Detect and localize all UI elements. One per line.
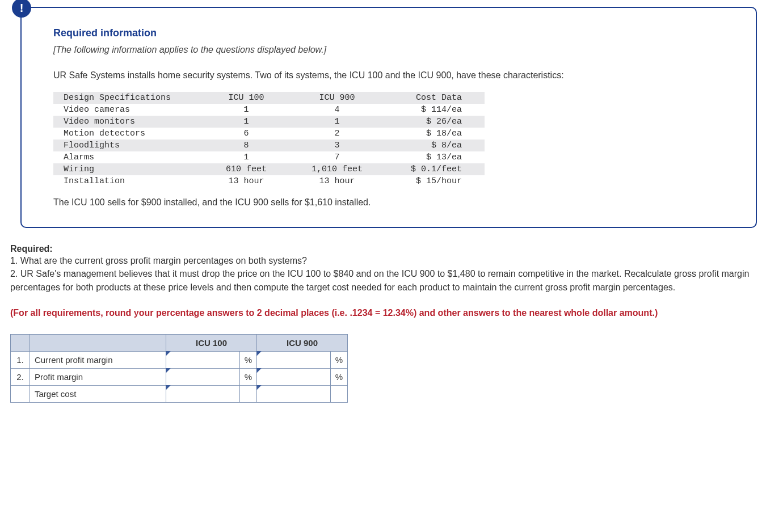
spec-cost: $ 8/ea xyxy=(382,140,485,151)
row-label: Current profit margin xyxy=(30,351,166,368)
spec-cost: $ 26/ea xyxy=(382,116,485,128)
header-icu900: ICU 900 xyxy=(257,334,348,351)
spec-cost: $ 15/hour xyxy=(382,175,485,187)
spec-icu900: 1 xyxy=(292,116,382,128)
spec-row: Video cameras 1 4 $ 114/ea xyxy=(53,104,485,116)
spec-icu100: 8 xyxy=(201,140,292,151)
spec-icu900: 3 xyxy=(292,140,382,151)
spec-name: Installation xyxy=(53,175,201,187)
spec-name: Video cameras xyxy=(53,104,201,116)
spec-icu100: 1 xyxy=(201,116,292,128)
spec-icu100: 610 feet xyxy=(201,163,292,175)
input-notch-icon xyxy=(166,385,171,390)
blank-header xyxy=(30,334,166,351)
spec-icu900: 7 xyxy=(292,151,382,163)
row-number: 2. xyxy=(11,368,30,385)
spec-row: Video monitors 1 1 $ 26/ea xyxy=(53,116,485,128)
row-number xyxy=(11,385,30,402)
rounding-instruction: (For all requirements, round your percen… xyxy=(10,306,757,319)
icu100-target-cost-input[interactable] xyxy=(166,386,239,402)
spec-header-row: Design Specifications ICU 100 ICU 900 Co… xyxy=(53,92,485,104)
applies-note: [The following information applies to th… xyxy=(53,45,727,55)
question-1: 1. What are the current gross profit mar… xyxy=(10,254,757,267)
spec-icu900: 2 xyxy=(292,128,382,140)
sells-for-text: The ICU 100 sells for $900 installed, an… xyxy=(53,197,727,208)
row-label: Target cost xyxy=(30,385,166,402)
header-spec: Design Specifications xyxy=(53,92,201,104)
unit-label xyxy=(240,385,257,402)
header-icu100: ICU 100 xyxy=(166,334,257,351)
spec-icu100: 1 xyxy=(201,104,292,116)
spec-row: Floodlights 8 3 $ 8/ea xyxy=(53,140,485,151)
spec-row: Wiring 610 feet 1,010 feet $ 0.1/feet xyxy=(53,163,485,175)
spec-name: Wiring xyxy=(53,163,201,175)
answer-table: ICU 100 ICU 900 1. Current profit margin… xyxy=(10,334,348,403)
spec-cost: $ 13/ea xyxy=(382,151,485,163)
icu900-target-cost-input[interactable] xyxy=(257,386,330,402)
answer-row: Target cost xyxy=(11,385,348,402)
spec-name: Motion detectors xyxy=(53,128,201,140)
input-notch-icon xyxy=(166,368,171,373)
header-cost: Cost Data xyxy=(382,92,485,104)
spec-row: Motion detectors 6 2 $ 18/ea xyxy=(53,128,485,140)
row-number: 1. xyxy=(11,351,30,368)
answer-row: 2. Profit margin % % xyxy=(11,368,348,385)
icu900-current-margin-input[interactable] xyxy=(257,352,330,368)
row-label: Profit margin xyxy=(30,368,166,385)
input-notch-icon xyxy=(166,351,171,356)
info-badge-icon: ! xyxy=(12,0,31,18)
icu100-current-margin-input[interactable] xyxy=(166,352,239,368)
spec-icu100: 13 hour xyxy=(201,175,292,187)
blank-header xyxy=(11,334,30,351)
icu100-profit-margin-input[interactable] xyxy=(166,369,239,385)
spec-name: Alarms xyxy=(53,151,201,163)
unit-label: % xyxy=(331,368,348,385)
required-label: Required: xyxy=(10,244,757,254)
spec-cost: $ 0.1/feet xyxy=(382,163,485,175)
spec-table: Design Specifications ICU 100 ICU 900 Co… xyxy=(53,92,485,187)
spec-icu100: 1 xyxy=(201,151,292,163)
intro-text: UR Safe Systems installs home security s… xyxy=(53,69,727,82)
spec-icu100: 6 xyxy=(201,128,292,140)
input-notch-icon xyxy=(256,351,262,356)
answer-row: 1. Current profit margin % % xyxy=(11,351,348,368)
section-title: Required information xyxy=(53,27,727,39)
spec-name: Video monitors xyxy=(53,116,201,128)
required-section: Required: 1. What are the current gross … xyxy=(10,244,757,403)
unit-label: % xyxy=(240,351,257,368)
input-notch-icon xyxy=(256,368,262,373)
unit-label xyxy=(331,385,348,402)
spec-icu900: 1,010 feet xyxy=(292,163,382,175)
header-icu900: ICU 900 xyxy=(292,92,382,104)
unit-label: % xyxy=(240,368,257,385)
spec-cost: $ 114/ea xyxy=(382,104,485,116)
input-notch-icon xyxy=(256,385,262,390)
spec-name: Floodlights xyxy=(53,140,201,151)
spec-icu900: 13 hour xyxy=(292,175,382,187)
spec-row: Alarms 1 7 $ 13/ea xyxy=(53,151,485,163)
unit-label: % xyxy=(331,351,348,368)
spec-row: Installation 13 hour 13 hour $ 15/hour xyxy=(53,175,485,187)
spec-icu900: 4 xyxy=(292,104,382,116)
badge-glyph: ! xyxy=(20,2,24,15)
required-information-box: ! Required information [The following in… xyxy=(20,7,757,228)
icu900-profit-margin-input[interactable] xyxy=(257,369,330,385)
question-2: 2. UR Safe's management believes that it… xyxy=(10,267,757,293)
spec-cost: $ 18/ea xyxy=(382,128,485,140)
header-icu100: ICU 100 xyxy=(201,92,292,104)
answer-header-row: ICU 100 ICU 900 xyxy=(11,334,348,351)
